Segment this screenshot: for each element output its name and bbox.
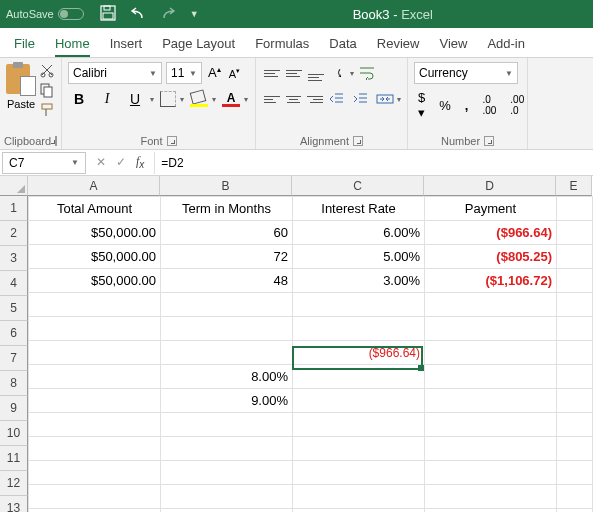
- save-icon[interactable]: [100, 5, 116, 24]
- row-header[interactable]: 11: [0, 446, 28, 471]
- paste-button[interactable]: Paste: [6, 62, 36, 118]
- formula-input[interactable]: =D2: [154, 152, 593, 174]
- tab-file[interactable]: File: [14, 36, 35, 57]
- tab-view[interactable]: View: [439, 36, 467, 57]
- bold-button[interactable]: B: [68, 88, 90, 110]
- underline-button[interactable]: U: [124, 88, 146, 110]
- cut-icon[interactable]: [38, 62, 56, 78]
- dialog-launcher-icon[interactable]: [55, 136, 57, 146]
- cell: [293, 389, 425, 413]
- row-header[interactable]: 10: [0, 421, 28, 446]
- decrease-font-icon[interactable]: A▾: [227, 65, 242, 82]
- group-alignment: ⤹▾ ▾ Alignment: [256, 58, 408, 149]
- row-header[interactable]: 3: [0, 246, 28, 271]
- svg-rect-6: [44, 87, 52, 97]
- quick-access-toolbar: ▼: [100, 5, 199, 24]
- align-right-icon[interactable]: [305, 91, 325, 107]
- col-header[interactable]: C: [292, 176, 424, 196]
- cell: 5.00%: [293, 245, 425, 269]
- tab-page-layout[interactable]: Page Layout: [162, 36, 235, 57]
- dialog-launcher-icon[interactable]: [484, 136, 494, 146]
- comma-format-icon[interactable]: ,: [461, 96, 473, 115]
- dialog-launcher-icon[interactable]: [167, 136, 177, 146]
- cell: [557, 197, 593, 221]
- clipboard-label: Clipboard: [6, 133, 55, 147]
- tab-formulas[interactable]: Formulas: [255, 36, 309, 57]
- enter-icon[interactable]: ✓: [116, 155, 126, 169]
- row-header[interactable]: 9: [0, 396, 28, 421]
- cell: $50,000.00: [29, 221, 161, 245]
- increase-font-icon[interactable]: A▴: [206, 63, 223, 82]
- col-header[interactable]: A: [28, 176, 160, 196]
- orientation-icon[interactable]: ⤹: [328, 62, 350, 84]
- cancel-icon[interactable]: ✕: [96, 155, 106, 169]
- dialog-launcher-icon[interactable]: [353, 136, 363, 146]
- cell: [29, 317, 161, 341]
- fill-color-icon[interactable]: [190, 91, 208, 107]
- svg-rect-8: [377, 95, 393, 103]
- group-font: Calibri▼ 11▼ A▴ A▾ B I U▾ ▾ ▾ A▾ Font: [62, 58, 256, 149]
- col-header[interactable]: E: [556, 176, 592, 196]
- wrap-text-icon[interactable]: [356, 63, 380, 83]
- number-format-select[interactable]: Currency▼: [414, 62, 518, 84]
- select-all-corner[interactable]: [0, 176, 28, 196]
- name-box[interactable]: C7▼: [2, 152, 86, 174]
- align-center-icon[interactable]: [284, 91, 304, 107]
- qat-dropdown-icon[interactable]: ▼: [190, 9, 199, 19]
- decrease-indent-icon[interactable]: [327, 88, 348, 110]
- book-name: Book3: [353, 7, 390, 22]
- font-label: Font: [68, 133, 249, 147]
- tab-insert[interactable]: Insert: [110, 36, 143, 57]
- accounting-format-icon[interactable]: $ ▾: [414, 88, 429, 122]
- cell: 6.00%: [293, 221, 425, 245]
- align-top-icon[interactable]: [262, 65, 282, 81]
- cell: [161, 413, 293, 437]
- row-header[interactable]: 2: [0, 221, 28, 246]
- italic-button[interactable]: I: [96, 88, 118, 110]
- autosave-toggle[interactable]: AutoSave: [6, 8, 84, 20]
- format-painter-icon[interactable]: [38, 102, 56, 118]
- cell: [29, 293, 161, 317]
- row-header[interactable]: 4: [0, 271, 28, 296]
- tab-addin[interactable]: Add-in: [487, 36, 525, 57]
- cell: [557, 485, 593, 509]
- increase-indent-icon[interactable]: [350, 88, 371, 110]
- undo-icon[interactable]: [130, 5, 146, 24]
- cell: [29, 365, 161, 389]
- row-header[interactable]: 8: [0, 371, 28, 396]
- redo-icon[interactable]: [160, 5, 176, 24]
- percent-format-icon[interactable]: %: [435, 96, 455, 115]
- svg-rect-2: [103, 13, 113, 19]
- col-header[interactable]: D: [424, 176, 556, 196]
- cell: [161, 437, 293, 461]
- decrease-decimal-icon[interactable]: .00.0: [506, 92, 528, 118]
- font-name-select[interactable]: Calibri▼: [68, 62, 162, 84]
- font-size-select[interactable]: 11▼: [166, 62, 202, 84]
- cell: [161, 293, 293, 317]
- group-clipboard: Paste Clipboard: [0, 58, 62, 149]
- group-number: Currency▼ $ ▾ % , .0.00 .00.0 Number: [408, 58, 528, 149]
- tab-review[interactable]: Review: [377, 36, 420, 57]
- merge-center-icon[interactable]: [374, 89, 397, 109]
- tab-data[interactable]: Data: [329, 36, 356, 57]
- increase-decimal-icon[interactable]: .0.00: [478, 92, 500, 118]
- align-left-icon[interactable]: [262, 91, 282, 107]
- row-header[interactable]: 6: [0, 321, 28, 346]
- insert-function-icon[interactable]: fx: [136, 154, 144, 170]
- cells-table[interactable]: Total AmountTerm in MonthsInterest RateP…: [28, 196, 593, 512]
- row-header[interactable]: 12: [0, 471, 28, 496]
- borders-icon[interactable]: [160, 91, 176, 107]
- cell: [29, 461, 161, 485]
- tab-home[interactable]: Home: [55, 36, 90, 57]
- align-bottom-icon[interactable]: [306, 65, 326, 81]
- font-color-icon[interactable]: A: [222, 91, 240, 107]
- row-header[interactable]: 13: [0, 496, 28, 512]
- cell: [161, 509, 293, 513]
- cell: [557, 221, 593, 245]
- copy-icon[interactable]: [38, 82, 56, 98]
- row-header[interactable]: 1: [0, 196, 28, 221]
- row-header[interactable]: 5: [0, 296, 28, 321]
- row-header[interactable]: 7: [0, 346, 28, 371]
- align-middle-icon[interactable]: [284, 65, 304, 81]
- col-header[interactable]: B: [160, 176, 292, 196]
